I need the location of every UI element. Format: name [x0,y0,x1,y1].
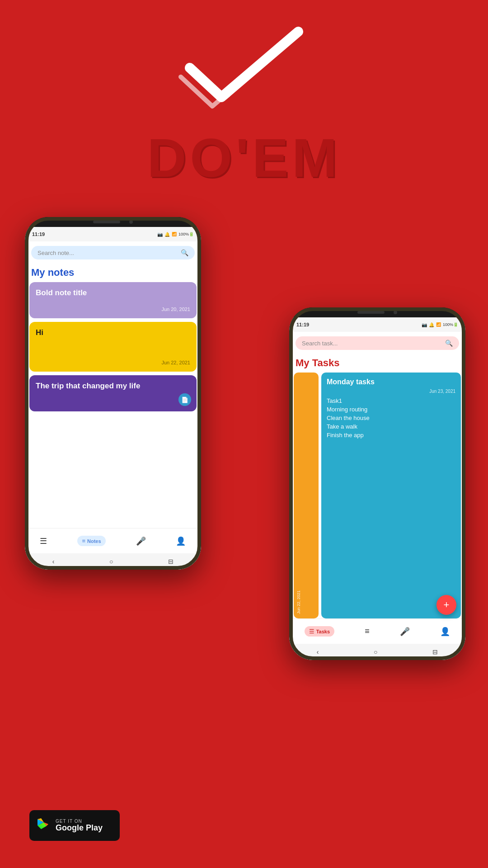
task-item-3: Clean the house [327,414,455,422]
tasks-icon-right: ☰ [309,628,314,635]
tasks-nav-active[interactable]: ☰ Tasks [305,626,334,637]
task-card-date: Jun 23, 2021 [327,389,455,394]
task-item-1: Task1 [327,396,455,405]
note-title-2: Hi [36,328,190,337]
nav-profile-left[interactable]: 👤 [176,536,186,546]
profile-icon-right: 👤 [440,627,450,637]
status-icons-right: 📷 🔔 📶 100%🔋 [422,322,458,327]
note-attachment-icon: 📄 [178,393,191,406]
mic-icon-left: 🎤 [136,536,146,546]
nav-mic-right[interactable]: 🎤 [400,627,410,637]
orange-card-date: Jun 22, 2021 [296,590,301,614]
notes-label-left: Notes [87,538,101,544]
phone-left-notch [25,217,201,227]
play-text: GET IT ON Google Play [56,819,103,833]
logo-area [176,18,312,118]
phone-right: 11:19 📷 🔔 📶 100%🔋 Search task... 🔍 My Ta… [289,307,465,660]
home-btn-left[interactable]: ○ [109,558,113,565]
play-get-it-text: GET IT ON [56,819,103,824]
bottom-nav-left: ☰ ≡ Notes 🎤 👤 [25,528,201,553]
search-icon-right[interactable]: 🔍 [445,340,453,347]
back-btn-left[interactable]: ‹ [52,558,55,565]
note-date-2: Jun 22, 2021 [36,360,190,365]
section-title-left: My notes [25,264,201,282]
search-placeholder-left: Search note... [38,250,74,256]
recent-btn-right[interactable]: ⊟ [432,648,438,656]
speaker [93,221,120,223]
note-card-3[interactable]: The trip that changed my life 📄 [29,375,197,411]
status-bar-right: 11:19 📷 🔔 📶 100%🔋 [289,317,465,332]
android-nav-left: ‹ ○ ⊟ [25,553,201,570]
camera [129,220,133,224]
search-bar-left: Search note... 🔍 [25,241,201,264]
bottom-nav-right: ☰ Tasks ≡ 🎤 👤 [289,618,465,644]
profile-icon-left: 👤 [176,536,186,546]
phone-left: 11:19 📷 🔔 📶 100%🔋 Search note... 🔍 My no… [25,217,201,570]
notes-icon-right: ≡ [365,627,370,636]
status-bar-left: 11:19 📷 🔔 📶 100%🔋 [25,227,201,241]
phone-right-notch [289,307,465,317]
notes-list: Bold note title Jun 20, 2021 Hi Jun 22, … [25,282,201,528]
nav-tasks-left[interactable]: ☰ [40,536,47,546]
task-item-5: Finish the app [327,431,455,439]
search-icon-left[interactable]: 🔍 [181,249,188,256]
status-time-right: 11:19 [296,322,309,327]
note-date-1: Jun 20, 2021 [36,307,190,312]
nav-profile-right[interactable]: 👤 [440,627,450,637]
tasks-label-right: Tasks [316,629,330,634]
status-time-left: 11:19 [32,231,45,237]
camera-right [394,311,397,314]
nav-mic-left[interactable]: 🎤 [136,536,146,546]
section-title-right: My Tasks [289,354,465,373]
home-btn-right[interactable]: ○ [374,648,377,656]
phone-body-right: Search task... 🔍 My Tasks Jun 22, 2021 M… [289,332,465,660]
nav-notes-left[interactable]: ≡ Notes [77,536,105,546]
speaker-right [357,311,385,314]
checkmark-icon [176,18,312,118]
fab-button[interactable]: + [436,595,456,615]
task-card-orange[interactable]: Jun 22, 2021 [294,373,319,618]
mic-icon-right: 🎤 [400,627,410,637]
task-card-blue[interactable]: Monday tasks Jun 23, 2021 Task1 Morning … [321,373,461,618]
task-card-title: Monday tasks [327,378,455,386]
note-title-1: Bold note title [36,288,190,297]
play-store-icon [35,817,51,834]
note-card-1[interactable]: Bold note title Jun 20, 2021 [29,282,197,318]
android-nav-right: ‹ ○ ⊟ [289,644,465,660]
nav-tasks-right[interactable]: ☰ Tasks [305,626,334,637]
search-input-right[interactable]: Search task... 🔍 [296,336,459,350]
recent-btn-left[interactable]: ⊟ [168,558,174,565]
note-card-2[interactable]: Hi Jun 22, 2021 [29,322,197,372]
task-items-list: Task1 Morning routing Clean the house Ta… [327,396,455,439]
tasks-icon-left: ☰ [40,536,47,546]
back-btn-right[interactable]: ‹ [317,648,319,656]
tasks-list: Jun 22, 2021 Monday tasks Jun 23, 2021 T… [289,373,465,618]
play-triangle-icon [36,818,50,833]
play-store-name: Google Play [56,824,103,833]
nav-notes-right[interactable]: ≡ [365,627,370,636]
phone-body-left: Search note... 🔍 My notes Bold note titl… [25,241,201,570]
notes-icon-left: ≡ [82,538,85,544]
search-placeholder-right: Search task... [302,340,338,347]
search-input-left[interactable]: Search note... 🔍 [31,246,195,259]
note-title-3: The trip that changed my life [36,382,190,391]
status-icons-left: 📷 🔔 📶 100%🔋 [157,232,194,237]
app-title: DO'EM [147,127,341,189]
task-item-4: Take a walk [327,422,455,431]
task-item-2: Morning routing [327,405,455,414]
search-bar-right: Search task... 🔍 [289,332,465,354]
play-store-badge[interactable]: GET IT ON Google Play [29,810,120,841]
